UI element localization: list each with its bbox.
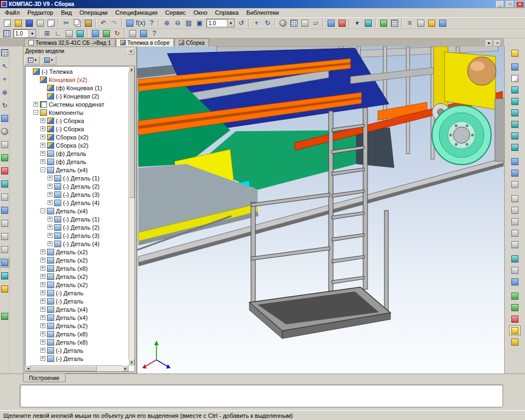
mate-distance-icon[interactable] [509, 131, 521, 141]
tree-item[interactable]: +Системы координат [25, 100, 135, 108]
model-tree-toggle-icon[interactable] [509, 48, 521, 58]
model-viewport[interactable] [137, 46, 504, 374]
current-scale[interactable]: 1.0▾ [206, 19, 235, 27]
mate-perpendicular-icon[interactable] [509, 119, 521, 129]
rebuild-model-icon[interactable]: ↻ [112, 28, 122, 38]
zoom-all-icon[interactable]: ▣ [194, 18, 205, 28]
new-document-icon[interactable] [2, 18, 13, 28]
tree-item[interactable]: +Сборка (х2) [25, 133, 135, 141]
plane-tool-icon[interactable] [0, 179, 9, 189]
select-tool-icon[interactable]: ↖ [0, 61, 9, 71]
tab-document-1[interactable]: Тележка 32,5-41С СБ ->Вид 1 [24, 38, 115, 46]
expand-icon[interactable]: + [40, 323, 45, 328]
close-button[interactable]: × [516, 1, 524, 8]
revolve-operation-icon[interactable] [509, 205, 521, 215]
array-components-icon[interactable] [509, 156, 521, 166]
front-view-icon[interactable] [0, 114, 9, 123]
expand-icon[interactable]: + [40, 118, 45, 123]
expand-icon[interactable]: + [48, 225, 52, 230]
perspective-mode-icon[interactable]: ▱ [310, 18, 321, 28]
compact-panel-toggle-icon[interactable] [0, 48, 9, 57]
tree-item[interactable]: +(-) Деталь (1) [25, 215, 135, 223]
scroll-right-icon[interactable]: ▸ [122, 365, 129, 371]
expand-icon[interactable]: + [40, 307, 45, 312]
layers-icon[interactable] [415, 18, 426, 28]
zoom-in-icon[interactable]: ⊕ [161, 18, 172, 28]
expand-icon[interactable]: + [48, 176, 52, 180]
paste-icon[interactable] [83, 18, 94, 28]
undo-icon[interactable]: ↶ [98, 18, 109, 28]
tree-item[interactable]: +(-) Концевая (2) [25, 92, 135, 100]
print-icon[interactable] [34, 18, 45, 28]
compact-panel-icon[interactable] [1, 28, 12, 38]
mass-properties-icon[interactable] [509, 302, 521, 312]
explode-view-icon[interactable] [509, 325, 521, 335]
redo-icon[interactable]: ↷ [109, 18, 120, 28]
sketch-tool-icon[interactable] [0, 206, 9, 215]
ortho-mode-icon[interactable]: ∟ [52, 28, 63, 38]
add-component-icon[interactable] [509, 62, 521, 72]
model-3d-view[interactable] [137, 46, 504, 374]
tree-structure-button[interactable]: ▾ [25, 56, 40, 65]
context-help-icon[interactable]: ? [146, 18, 157, 28]
tree-item[interactable]: +(-) Сборка [25, 125, 135, 133]
expand-icon[interactable]: + [40, 290, 45, 295]
rotate-tool-icon[interactable]: ↻ [0, 101, 9, 110]
expand-icon[interactable]: + [40, 249, 45, 254]
tab-document-3[interactable]: Сборка [174, 38, 209, 46]
expand-icon[interactable]: + [40, 274, 45, 279]
expand-icon[interactable]: + [40, 315, 45, 320]
menu-specification[interactable]: Спецификация [112, 9, 161, 16]
quick-help-icon[interactable]: ? [149, 28, 160, 38]
scroll-left-icon[interactable]: ◂ [25, 365, 31, 371]
shaded-mode-icon[interactable] [277, 18, 288, 28]
rotate-view-icon[interactable]: ↻ [262, 18, 273, 28]
mate-group-icon[interactable] [509, 85, 521, 95]
library-manager-icon[interactable] [426, 18, 437, 28]
mate-angle-icon[interactable] [509, 142, 521, 152]
expand-icon[interactable]: + [40, 143, 45, 148]
refresh-view-icon[interactable]: ↺ [236, 18, 247, 28]
tree-item[interactable]: +(-) Деталь (3) [25, 190, 135, 199]
expand-icon[interactable]: + [40, 282, 45, 287]
expand-icon[interactable]: + [40, 299, 45, 304]
open-document-icon[interactable] [13, 18, 24, 28]
local-frame-icon[interactable] [74, 28, 85, 38]
tree-item[interactable]: +(-) Деталь [25, 297, 135, 305]
wireframe-mode-icon[interactable] [288, 18, 299, 28]
cut-icon[interactable]: ✂ [61, 18, 72, 28]
minimize-button[interactable]: _ [496, 1, 504, 8]
tree-composition-button[interactable]: ▾ [41, 56, 56, 65]
tree-item[interactable]: +Деталь (х4) [25, 313, 135, 322]
orientation-icon[interactable]: ▾ [352, 18, 363, 28]
expand-icon[interactable]: + [40, 258, 45, 262]
expand-icon[interactable]: + [48, 184, 52, 189]
expand-icon[interactable]: + [48, 233, 52, 238]
tree-item[interactable]: +Сборка (х2) [25, 141, 135, 149]
tree-item[interactable]: +(-) Деталь (4) [25, 240, 135, 248]
current-step[interactable]: 1.0▾ [13, 29, 36, 38]
zoom-tool-icon[interactable]: ⊕ [0, 88, 9, 97]
hole-operation-icon[interactable] [509, 217, 521, 226]
measure-distance-icon[interactable] [509, 291, 521, 301]
menu-help[interactable]: Справка [211, 9, 242, 16]
tree-item[interactable]: +(-) Деталь (4) [25, 199, 135, 207]
tree-vertical-scrollbar[interactable]: ▴ ▾ [129, 66, 135, 365]
layer-control-icon[interactable] [63, 28, 74, 38]
expand-icon[interactable]: + [33, 102, 38, 107]
print-preview-icon[interactable] [45, 18, 56, 28]
extrude-tool-icon[interactable] [0, 219, 9, 228]
menu-editor[interactable]: Редактор [24, 9, 57, 16]
create-part-icon[interactable] [509, 73, 521, 83]
tree-item[interactable]: +(-) Деталь (1) [25, 174, 135, 182]
pattern-tool-icon[interactable] [0, 258, 9, 267]
local-csys-icon[interactable] [363, 18, 374, 28]
expand-icon[interactable]: + [40, 159, 45, 164]
menu-window[interactable]: Окно [190, 9, 212, 16]
mirror-components-icon[interactable] [509, 168, 521, 178]
expand-icon[interactable]: + [48, 200, 52, 205]
snap-grid-icon[interactable]: ⊞ [42, 28, 52, 38]
selection-filter-icon[interactable] [127, 28, 138, 38]
menu-view[interactable]: Вид [57, 9, 75, 16]
scrollbar-thumb[interactable] [129, 72, 135, 198]
